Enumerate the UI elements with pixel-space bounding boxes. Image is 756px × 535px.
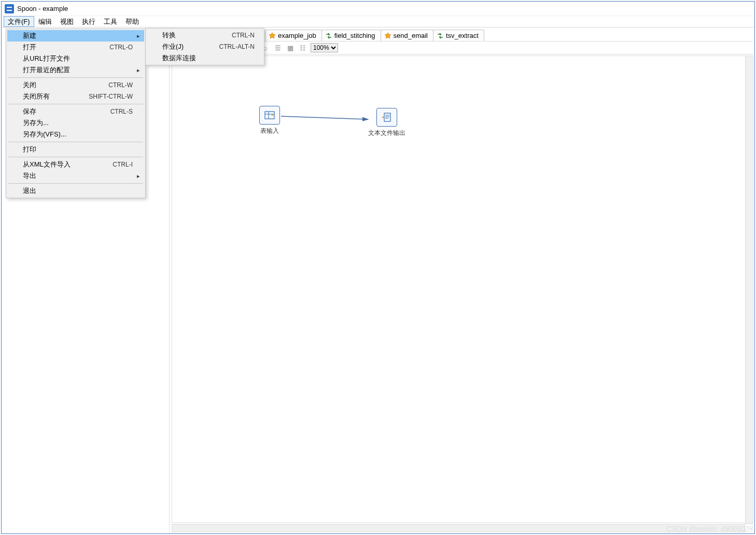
canvas[interactable]: 表输入 文本文件输出	[172, 56, 753, 523]
file-menu-close-all[interactable]: 关闭所有 SHIFT-CTRL-W	[7, 91, 144, 102]
svg-marker-1	[385, 33, 391, 38]
menu-separator	[8, 77, 143, 78]
job-icon	[384, 32, 391, 39]
tab-field-stitching[interactable]: field_stitching	[321, 30, 381, 41]
new-job[interactable]: 作业(J) CTRL-ALT-N	[147, 41, 266, 52]
menu-help[interactable]: 帮助	[121, 16, 143, 27]
menu-label: 数据库连接	[162, 53, 196, 63]
file-menu-print[interactable]: 打印	[7, 144, 144, 155]
menu-separator	[8, 104, 143, 104]
menu-view[interactable]: 视图	[56, 16, 78, 27]
tab-example-job[interactable]: example_job	[265, 30, 322, 41]
table-input-icon	[259, 106, 280, 125]
menu-edit[interactable]: 编辑	[34, 16, 56, 27]
menu-tools[interactable]: 工具	[100, 16, 121, 27]
window-title: Spoon - example	[17, 5, 68, 12]
file-menu-open-recent[interactable]: 打开最近的配置	[7, 64, 144, 76]
menu-accel: CTRL-N	[232, 32, 255, 39]
menu-file[interactable]: 文件(F)	[4, 16, 34, 27]
file-menu-close[interactable]: 关闭 CTRL-W	[7, 79, 144, 91]
file-menu-import-xml[interactable]: 从XML文件导入 CTRL-I	[7, 159, 144, 170]
node-label: 表输入	[259, 127, 280, 135]
menu-separator	[8, 157, 143, 157]
file-menu-save-as[interactable]: 另存为...	[7, 117, 144, 129]
tab-send-email[interactable]: send_email	[381, 30, 434, 41]
file-menu-exit[interactable]: 退出	[7, 185, 144, 197]
right-pane: example_job field_stitching send_email	[172, 29, 753, 532]
menu-label: 新建	[23, 31, 36, 40]
svg-marker-0	[269, 33, 275, 38]
menu-label: 关闭所有	[23, 92, 50, 101]
zoom-select[interactable]: 100%	[311, 43, 338, 52]
tab-label: send_email	[394, 32, 428, 39]
file-menu-save-as-vfs[interactable]: 另存为(VFS)...	[7, 129, 144, 140]
menu-separator	[8, 142, 143, 142]
file-menu-open[interactable]: 打开 CTRL-O	[7, 42, 144, 53]
svg-line-2	[281, 116, 368, 119]
menu-accel: CTRL-ALT-N	[219, 43, 255, 50]
node-text-output[interactable]: 文本文件输出	[368, 108, 405, 138]
menu-accel: CTRL-I	[113, 161, 133, 168]
menu-bar: 文件(F) 编辑 视图 执行 工具 帮助	[2, 16, 754, 28]
zoom-control[interactable]: 100%	[311, 43, 338, 52]
file-menu-open-url[interactable]: 从URL打开文件	[7, 53, 144, 64]
node-table-input[interactable]: 表输入	[259, 106, 280, 135]
menu-label: 保存	[23, 107, 36, 116]
menu-accel: CTRL-W	[108, 81, 133, 89]
menu-accel: CTRL-O	[109, 44, 133, 51]
menu-label: 作业(J)	[162, 42, 184, 51]
align-icon[interactable]: ☷	[298, 43, 307, 52]
menu-run[interactable]: 执行	[78, 16, 100, 27]
tab-label: tsv_extract	[446, 32, 479, 39]
menu-label: 另存为...	[23, 118, 49, 128]
file-menu: 新建 打开 CTRL-O 从URL打开文件 打开最近的配置 关闭 CTRL-W …	[6, 29, 146, 198]
menu-label: 关闭	[23, 80, 36, 90]
menu-separator	[8, 183, 143, 184]
metrics-icon[interactable]: ☰	[273, 43, 283, 52]
text-output-icon	[376, 108, 397, 127]
menu-label: 转换	[162, 31, 176, 40]
new-database-connection[interactable]: 数据库连接	[147, 52, 266, 64]
menu-label: 打印	[23, 145, 36, 154]
app-window: Spoon - example 文件(F) 编辑 视图 执行 工具 帮助 Dat…	[1, 1, 755, 534]
transformation-icon	[325, 32, 332, 39]
new-submenu: 转换 CTRL-N 作业(J) CTRL-ALT-N 数据库连接	[145, 28, 264, 65]
menu-label: 另存为(VFS)...	[23, 130, 66, 139]
node-label: 文本文件输出	[368, 129, 405, 138]
menu-label: 导出	[23, 171, 36, 181]
menu-label: 从XML文件导入	[23, 160, 71, 169]
menu-accel: CTRL-S	[110, 108, 133, 115]
file-menu-save[interactable]: 保存 CTRL-S	[7, 106, 144, 117]
menu-label: 打开	[23, 43, 36, 52]
file-menu-export[interactable]: 导出	[7, 170, 144, 182]
title-bar: Spoon - example	[2, 2, 754, 16]
tab-label: field_stitching	[334, 32, 375, 39]
new-transformation[interactable]: 转换 CTRL-N	[147, 30, 266, 41]
menu-label: 退出	[23, 186, 36, 196]
tab-label: example_job	[278, 32, 316, 39]
job-icon	[269, 32, 276, 39]
menu-label: 从URL打开文件	[23, 54, 70, 63]
snap-icon[interactable]: ▦	[286, 43, 295, 52]
transformation-icon	[437, 32, 444, 39]
svg-rect-6	[384, 113, 390, 121]
menu-label: 打开最近的配置	[23, 65, 70, 75]
menu-accel: SHIFT-CTRL-W	[89, 93, 133, 100]
scrollbar-vertical[interactable]	[745, 56, 753, 524]
app-icon	[5, 4, 14, 13]
file-menu-new[interactable]: 新建	[7, 30, 144, 42]
tab-tsv-extract[interactable]: tsv_extract	[433, 30, 484, 41]
scrollbar-horizontal[interactable]	[172, 524, 745, 532]
